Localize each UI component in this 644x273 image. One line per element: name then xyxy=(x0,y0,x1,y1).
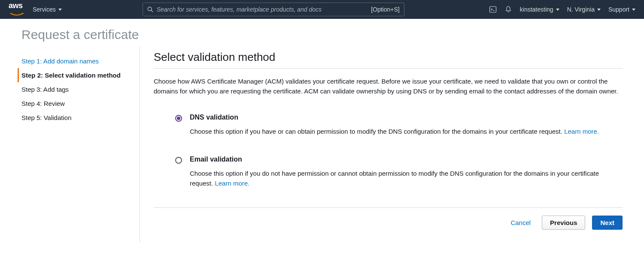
account-menu[interactable]: kinstatesting xyxy=(520,6,559,13)
svg-rect-2 xyxy=(489,6,496,12)
search-wrap: [Option+S] xyxy=(143,3,404,16)
dns-validation-desc-text: Choose this option if you have or can ob… xyxy=(190,128,564,135)
step-4[interactable]: Step 4: Review xyxy=(21,96,140,111)
footer-bar: Cancel Previous Next xyxy=(154,207,623,230)
region-menu[interactable]: N. Virginia xyxy=(567,6,601,13)
previous-button[interactable]: Previous xyxy=(542,216,585,230)
aws-swoosh-icon xyxy=(9,13,25,16)
dns-validation-option[interactable]: DNS validation Choose this option if you… xyxy=(175,114,623,136)
cloudshell-icon[interactable] xyxy=(489,6,497,13)
search-shortcut: [Option+S] xyxy=(371,6,400,13)
svg-point-0 xyxy=(148,7,152,11)
step-1[interactable]: Step 1: Add domain names xyxy=(21,54,140,68)
page-title-wrap: Request a certificate xyxy=(0,19,644,46)
dns-learn-more-link[interactable]: Learn more. xyxy=(564,128,599,135)
svg-line-1 xyxy=(151,10,153,12)
aws-logo-inner: aws xyxy=(9,1,25,18)
section-divider xyxy=(154,68,623,69)
aws-logo[interactable]: aws xyxy=(9,1,25,18)
sidebar: Step 1: Add domain names Step 2: Select … xyxy=(21,46,140,243)
radio-unselected-icon[interactable] xyxy=(175,157,182,164)
account-label: kinstatesting xyxy=(520,6,553,13)
caret-down-icon xyxy=(597,9,601,11)
caret-down-icon xyxy=(632,9,635,11)
cancel-button[interactable]: Cancel xyxy=(506,216,535,229)
support-label: Support xyxy=(608,6,629,13)
radio-dot-icon xyxy=(177,117,180,120)
section-desc: Choose how AWS Certificate Manager (ACM)… xyxy=(154,76,623,96)
search-icon xyxy=(147,6,153,12)
dns-validation-title: DNS validation xyxy=(190,114,623,121)
caret-down-icon xyxy=(58,9,62,11)
step-3[interactable]: Step 3: Add tags xyxy=(21,82,140,96)
validation-radio-group: DNS validation Choose this option if you… xyxy=(154,114,623,189)
services-label: Services xyxy=(33,6,56,13)
email-learn-more-link[interactable]: Learn more. xyxy=(215,180,249,187)
dns-validation-desc: Choose this option if you have or can ob… xyxy=(190,126,623,136)
search-box[interactable]: [Option+S] xyxy=(143,3,404,16)
email-validation-option[interactable]: Email validation Choose this option if y… xyxy=(175,156,623,189)
top-nav: aws Services [Option+S] kinstatesting N.… xyxy=(0,0,644,19)
section-title: Select validation method xyxy=(154,51,623,68)
page-title: Request a certificate xyxy=(21,27,623,42)
caret-down-icon xyxy=(556,9,559,11)
bell-icon[interactable] xyxy=(504,6,512,13)
email-validation-desc-text: Choose this option if you do not have pe… xyxy=(190,170,599,187)
email-validation-desc: Choose this option if you do not have pe… xyxy=(190,168,623,189)
main: Select validation method Choose how AWS … xyxy=(140,46,623,243)
services-menu[interactable]: Services xyxy=(33,6,62,13)
step-2[interactable]: Step 2: Select validation method xyxy=(18,68,140,82)
step-5[interactable]: Step 5: Validation xyxy=(21,111,140,125)
radio-content: DNS validation Choose this option if you… xyxy=(190,114,623,136)
support-menu[interactable]: Support xyxy=(608,6,635,13)
region-label: N. Virginia xyxy=(567,6,595,13)
search-input[interactable] xyxy=(157,6,371,13)
next-button[interactable]: Next xyxy=(592,216,623,230)
radio-content: Email validation Choose this option if y… xyxy=(190,156,623,189)
email-validation-title: Email validation xyxy=(190,156,623,163)
step-list: Step 1: Add domain names Step 2: Select … xyxy=(21,54,140,125)
radio-selected-icon[interactable] xyxy=(175,115,182,122)
content: Step 1: Add domain names Step 2: Select … xyxy=(0,46,644,243)
